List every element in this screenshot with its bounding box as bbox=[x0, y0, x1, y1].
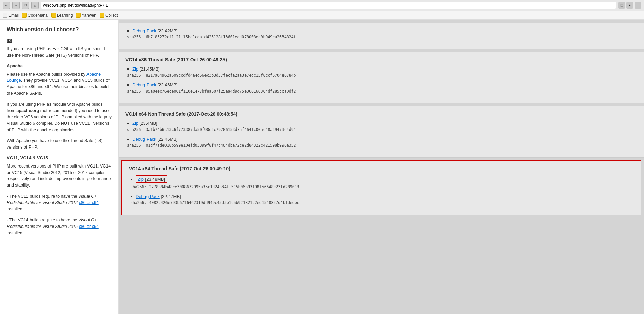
vc-body3: - The VC14 builds require to have the Vi… bbox=[7, 217, 112, 236]
vc14-x64-nts-zip-link[interactable]: Zip bbox=[132, 121, 138, 126]
vc14-x86-ts-zip-link[interactable]: Zip bbox=[132, 66, 138, 72]
vc14-link[interactable]: x86 or x64 bbox=[79, 224, 98, 229]
vc-heading: VC11, VC14 & VC15 bbox=[7, 155, 112, 160]
folder-icon bbox=[76, 13, 81, 18]
bookmarks-bar: Email CodeMana Learning Yanwen Collect bbox=[0, 11, 644, 20]
iis-heading: IIS bbox=[7, 38, 112, 43]
bookmark-email-label: Email bbox=[8, 13, 19, 18]
vc14-x86-ts-debug-link[interactable]: Debug Pack bbox=[132, 82, 156, 87]
vc14-x64-nts-section: VC14 x64 Non Thread Safe (2017-Oct-26 00… bbox=[119, 106, 644, 158]
apache-body1: Please use the Apache builds provided by… bbox=[7, 71, 112, 97]
browser-chrome: ← → ↻ ⌂ ◫ ★ ☰ bbox=[0, 0, 644, 11]
vc14-x64-ts-zip-sha: sha256: 2778b84b48ce3008672995a35c1d24b3… bbox=[129, 184, 634, 189]
file-size: [22.42MB] bbox=[157, 28, 177, 33]
bookmark-learning-label: Learning bbox=[57, 13, 73, 18]
sidebar: Which version do I choose? IIS If you ar… bbox=[0, 20, 119, 314]
top-truncated-section: Debug Pack [22.42MB] sha256: 6b7f83272cf… bbox=[119, 23, 644, 49]
debug-pack-link-top[interactable]: Debug Pack bbox=[132, 28, 156, 33]
vc14-x86-ts-zip-sha: sha256: 8217a64962a609ccdfd4a4d56ec3b3d3… bbox=[125, 73, 637, 78]
vc-body1: More recent versions of PHP are built wi… bbox=[7, 163, 112, 189]
back-button[interactable]: ← bbox=[3, 2, 10, 9]
sidebar-title: Which version do I choose? bbox=[7, 26, 112, 33]
vc14-x64-ts-zip-link[interactable]: Zip bbox=[138, 177, 144, 182]
vc14-x64-ts-debug-entry: Debug Pack [22.47MB] sha256: 4082c426e79… bbox=[129, 194, 634, 205]
bookmark-collect-label: Collect bbox=[105, 13, 118, 18]
settings-icon[interactable]: ☰ bbox=[635, 2, 641, 9]
vc14-x64-ts-debug-size: [22.47MB] bbox=[161, 194, 181, 199]
vc14-x86-ts-debug-sha: sha256: 95a04ec76ece001f110e1477bf8a607f… bbox=[125, 89, 637, 94]
forward-button[interactable]: → bbox=[12, 2, 20, 9]
apache-lounge-link[interactable]: Apache Lounge bbox=[7, 72, 101, 83]
folder-icon bbox=[51, 13, 56, 18]
vc14-x64-nts-zip-sha: sha256: 3a1b74b6c13c6f773387da50f90e2c79… bbox=[125, 127, 637, 132]
apache-heading: Apache bbox=[7, 63, 112, 68]
vc11-link[interactable]: x86 or x64 bbox=[79, 200, 98, 205]
page-layout: Which version do I choose? IIS If you ar… bbox=[0, 20, 644, 314]
extensions-icon[interactable]: ◫ bbox=[618, 2, 625, 9]
vc14-x64-nts-zip-size: [23.4MB] bbox=[140, 121, 157, 126]
bookmark-collect[interactable]: Collect bbox=[100, 13, 118, 18]
vc14-x86-ts-debug-size: [22.46MB] bbox=[157, 82, 177, 87]
vc14-x64-ts-zip-entry: Zip [23.48MB] sha256: 2778b84b48ce300867… bbox=[129, 175, 634, 189]
bookmark-yanwen-label: Yanwen bbox=[82, 13, 96, 18]
vc14-x64-nts-title: VC14 x64 Non Thread Safe (2017-Oct-26 00… bbox=[125, 111, 637, 117]
iis-body: If you are using PHP as FastCGI with IIS… bbox=[7, 46, 112, 59]
bookmark-email[interactable]: Email bbox=[3, 13, 19, 18]
vc14-x64-ts-section: VC14 x64 Thread Safe (2017-Oct-26 00:49:… bbox=[121, 160, 641, 215]
reload-button[interactable]: ↻ bbox=[22, 2, 29, 9]
apache-body3: With Apache you have to use the Thread S… bbox=[7, 138, 112, 151]
folder-icon bbox=[22, 13, 27, 18]
bookmark-yanwen[interactable]: Yanwen bbox=[76, 13, 96, 18]
apache-body2: If you are using PHP as module with Apac… bbox=[7, 101, 112, 133]
vc14-x64-nts-debug-entry: Debug Pack [22.46MB] sha256: 01df7ade018… bbox=[125, 137, 637, 148]
vc14-x64-nts-debug-size: [22.46MB] bbox=[157, 137, 177, 142]
bookmark-codemana[interactable]: CodeMana bbox=[22, 13, 48, 18]
vc14-x64-ts-debug-sha: sha256: 4082c426e793b6716462319dd949c45d… bbox=[129, 200, 634, 205]
sha-value-top: sha256: 6b7f83272cf1f21f15bd1cdafd425128… bbox=[125, 35, 637, 39]
email-icon bbox=[3, 13, 7, 18]
bookmark-codemana-label: CodeMana bbox=[28, 13, 48, 18]
vc14-x86-ts-zip-size: [21.45MB] bbox=[140, 66, 160, 72]
vc14-x64-nts-zip-entry: Zip [23.4MB] sha256: 3a1b74b6c13c6f77338… bbox=[125, 121, 637, 132]
home-button[interactable]: ⌂ bbox=[31, 2, 39, 9]
zip-highlighted-box: Zip [23.48MB] bbox=[136, 175, 167, 183]
bookmark-icon[interactable]: ★ bbox=[626, 2, 633, 9]
vc14-x64-nts-debug-link[interactable]: Debug Pack bbox=[132, 137, 156, 142]
vc14-x86-ts-section: VC14 x86 Thread Safe (2017-Oct-26 00:49:… bbox=[119, 52, 644, 103]
bookmark-learning[interactable]: Learning bbox=[51, 13, 73, 18]
vc14-x86-ts-title: VC14 x86 Thread Safe (2017-Oct-26 00:49:… bbox=[125, 57, 637, 62]
folder-icon bbox=[100, 13, 104, 18]
browser-actions: ◫ ★ ☰ bbox=[618, 2, 641, 9]
vc-body2: - The VC11 builds require to have the Vi… bbox=[7, 193, 112, 212]
vc14-x64-nts-debug-sha: sha256: 01df7ade018b599e10efd03399f8f47c… bbox=[125, 143, 637, 148]
url-bar[interactable] bbox=[41, 2, 616, 9]
vc14-x64-ts-zip-size: [23.48MB] bbox=[145, 177, 165, 182]
vc14-x86-ts-zip-entry: Zip [21.45MB] sha256: 8217a64962a609ccdf… bbox=[125, 66, 637, 78]
vc14-x64-ts-title: VC14 x64 Thread Safe (2017-Oct-26 00:49:… bbox=[129, 166, 634, 171]
vc14-x64-ts-debug-link[interactable]: Debug Pack bbox=[136, 194, 160, 199]
main-content: Debug Pack [22.42MB] sha256: 6b7f83272cf… bbox=[119, 20, 644, 314]
truncated-entry: Debug Pack [22.42MB] sha256: 6b7f83272cf… bbox=[125, 28, 637, 39]
vc14-x86-ts-debug-entry: Debug Pack [22.46MB] sha256: 95a04ec76ec… bbox=[125, 82, 637, 94]
